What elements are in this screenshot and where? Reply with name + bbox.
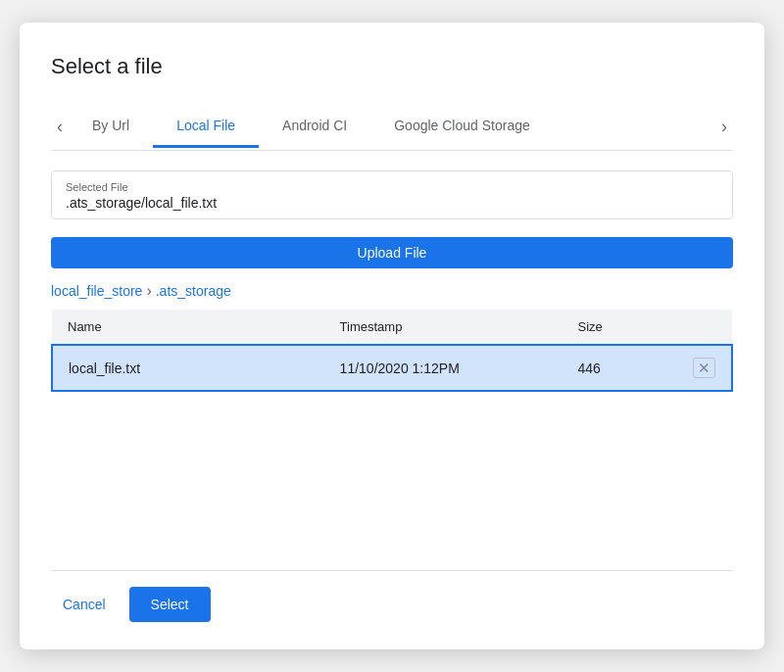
selected-file-value: .ats_storage/local_file.txt (66, 195, 718, 211)
file-table: Name Timestamp Size local_file.txt11/10/… (51, 310, 733, 392)
dialog-title: Select a file (51, 54, 733, 79)
file-name-cell: local_file.txt (52, 345, 324, 391)
column-header-timestamp: Timestamp (324, 310, 563, 345)
breadcrumb: local_file_store › .ats_storage (51, 282, 733, 300)
tabs-list: By Url Local File Android CI Google Clou… (69, 106, 715, 148)
breadcrumb-root[interactable]: local_file_store (51, 283, 142, 299)
column-header-name: Name (52, 310, 324, 345)
breadcrumb-separator: › (146, 282, 151, 300)
selected-file-label: Selected File (66, 181, 718, 193)
tab-google-cloud-storage[interactable]: Google Cloud Storage (370, 106, 554, 148)
column-header-size: Size (562, 310, 663, 345)
delete-file-icon[interactable]: ✕ (693, 358, 715, 378)
tab-scroll-right[interactable]: › (715, 103, 733, 150)
breadcrumb-current[interactable]: .ats_storage (156, 283, 231, 299)
file-table-body: local_file.txt11/10/2020 1:12PM446✕ (52, 345, 732, 391)
cancel-button[interactable]: Cancel (51, 589, 118, 620)
file-action-cell: ✕ (664, 345, 732, 391)
select-file-dialog: Select a file ‹ By Url Local File Androi… (20, 23, 764, 649)
selected-file-field: Selected File .ats_storage/local_file.tx… (51, 170, 733, 219)
upload-file-button[interactable]: Upload File (51, 237, 733, 268)
dialog-footer: Cancel Select (51, 570, 733, 622)
tab-android-ci[interactable]: Android CI (259, 106, 370, 148)
table-row[interactable]: local_file.txt11/10/2020 1:12PM446✕ (52, 345, 732, 391)
tab-local-file[interactable]: Local File (153, 106, 259, 148)
tab-by-url[interactable]: By Url (69, 106, 153, 148)
file-table-head: Name Timestamp Size (52, 310, 732, 345)
tabs-container: ‹ By Url Local File Android CI Google Cl… (51, 103, 733, 151)
column-header-action (664, 310, 732, 345)
tab-scroll-left[interactable]: ‹ (51, 103, 69, 150)
select-button[interactable]: Select (129, 587, 211, 622)
file-size-cell: 446 (562, 345, 663, 391)
file-timestamp-cell: 11/10/2020 1:12PM (324, 345, 563, 391)
